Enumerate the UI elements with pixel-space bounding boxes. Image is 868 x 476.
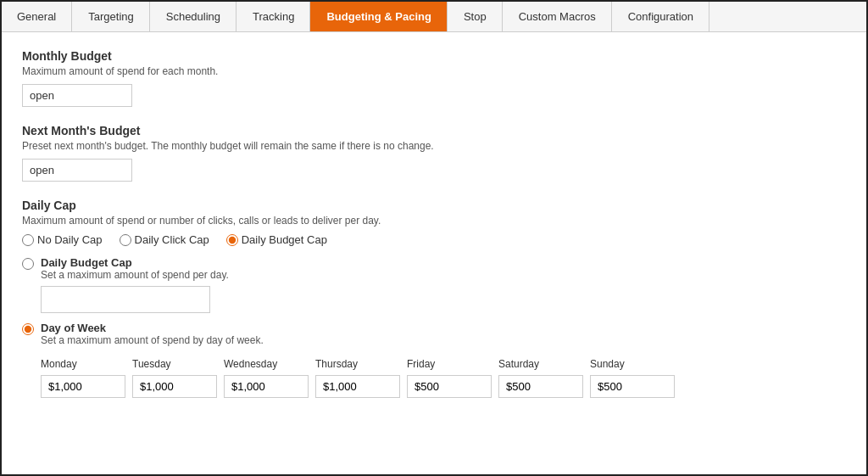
tab-custom-macros[interactable]: Custom Macros — [503, 2, 612, 31]
daily-click-cap-label: Daily Click Cap — [135, 233, 209, 246]
next-month-budget-title: Next Month's Budget — [22, 124, 846, 137]
dow-col-monday: Monday — [41, 358, 125, 398]
day-of-week-radio[interactable] — [22, 323, 34, 335]
day-of-week-content: Day of Week Set a maximum amount of spen… — [41, 322, 675, 398]
daily-budget-cap-content: Daily Budget Cap Set a maximum amount of… — [41, 256, 229, 313]
tab-stop[interactable]: Stop — [448, 2, 503, 31]
dow-col-friday: Friday — [407, 358, 492, 398]
day-of-week-desc: Set a maximum amount of spend by day of … — [41, 334, 675, 346]
tab-budgeting-pacing[interactable]: Budgeting & Pacing — [310, 2, 448, 31]
tab-tracking[interactable]: Tracking — [236, 2, 310, 31]
no-daily-cap-label: No Daily Cap — [37, 233, 103, 246]
daily-budget-cap-radio[interactable] — [226, 234, 238, 246]
next-month-budget-input[interactable] — [22, 159, 132, 182]
dow-input-thursday[interactable] — [315, 375, 400, 398]
dow-input-wednesday[interactable] — [224, 375, 309, 398]
daily-budget-cap-suboption: Daily Budget Cap Set a maximum amount of… — [22, 256, 846, 313]
no-daily-cap-radio[interactable] — [22, 234, 34, 246]
daily-cap-radio-group: No Daily Cap Daily Click Cap Daily Budge… — [22, 233, 846, 246]
main-content: Monthly Budget Maximum amount of spend f… — [2, 32, 866, 432]
dow-header-tuesday: Tuesday — [132, 358, 217, 370]
tab-configuration[interactable]: Configuration — [612, 2, 709, 31]
dow-col-sunday: Sunday — [590, 358, 675, 398]
monthly-budget-desc: Maximum amount of spend for each month. — [22, 65, 846, 77]
next-month-budget-desc: Preset next month's budget. The monthly … — [22, 140, 846, 152]
dow-input-monday[interactable] — [41, 375, 125, 398]
dow-input-saturday[interactable] — [498, 375, 583, 398]
day-of-week-label: Day of Week — [41, 322, 675, 334]
dow-input-friday[interactable] — [407, 375, 492, 398]
monthly-budget-input[interactable] — [22, 84, 132, 107]
dow-header-friday: Friday — [407, 358, 492, 370]
app-container: GeneralTargetingSchedulingTrackingBudget… — [0, 0, 868, 476]
dow-input-tuesday[interactable] — [132, 375, 217, 398]
dow-input-sunday[interactable] — [590, 375, 675, 398]
monthly-budget-section: Monthly Budget Maximum amount of spend f… — [22, 49, 846, 107]
daily-click-cap-radio[interactable] — [120, 234, 131, 246]
next-month-budget-section: Next Month's Budget Preset next month's … — [22, 124, 846, 182]
daily-budget-cap-sub-label: Daily Budget Cap — [41, 256, 229, 269]
day-of-week-suboption: Day of Week Set a maximum amount of spen… — [22, 322, 846, 398]
dow-header-monday: Monday — [41, 358, 125, 370]
daily-cap-section: Daily Cap Maximum amount of spend or num… — [22, 199, 846, 398]
monthly-budget-title: Monthly Budget — [22, 49, 846, 63]
daily-cap-desc: Maximum amount of spend or number of cli… — [22, 215, 846, 227]
dow-col-wednesday: Wednesday — [224, 358, 309, 398]
dow-header-saturday: Saturday — [498, 358, 583, 370]
daily-budget-cap-sub-radio[interactable] — [22, 258, 34, 270]
tab-scheduling[interactable]: Scheduling — [150, 2, 236, 31]
day-of-week-table: MondayTuesdayWednesdayThursdayFridaySatu… — [41, 358, 675, 398]
daily-budget-cap-sub-desc: Set a maximum amount of spend per day. — [41, 269, 229, 281]
dow-header-thursday: Thursday — [315, 358, 400, 370]
tab-targeting[interactable]: Targeting — [72, 2, 149, 31]
daily-click-cap-option[interactable]: Daily Click Cap — [120, 233, 209, 246]
tab-bar: GeneralTargetingSchedulingTrackingBudget… — [2, 2, 866, 32]
dow-col-tuesday: Tuesday — [132, 358, 217, 398]
dow-col-thursday: Thursday — [315, 358, 400, 398]
daily-budget-cap-label: Daily Budget Cap — [242, 233, 327, 246]
no-daily-cap-option[interactable]: No Daily Cap — [22, 233, 103, 246]
dow-col-saturday: Saturday — [498, 358, 583, 398]
dow-header-wednesday: Wednesday — [224, 358, 309, 370]
daily-cap-title: Daily Cap — [22, 199, 846, 212]
daily-budget-cap-option[interactable]: Daily Budget Cap — [226, 233, 327, 246]
daily-budget-cap-input[interactable] — [41, 286, 210, 313]
tab-general[interactable]: General — [2, 2, 72, 31]
dow-header-sunday: Sunday — [590, 358, 675, 370]
